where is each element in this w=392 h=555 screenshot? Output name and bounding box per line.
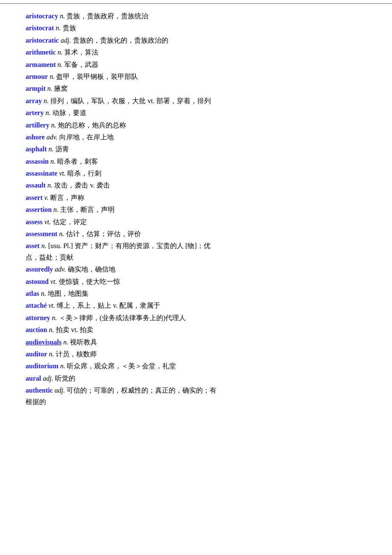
word-aural: aural (26, 375, 41, 382)
def-assess: 估定，评定 (53, 218, 87, 225)
pos-armament: n. (58, 61, 63, 68)
word-arithmetic: arithmetic (26, 49, 56, 56)
def-assassinate: 暗杀，行刺 (67, 170, 101, 177)
word-aristocrat: aristocrat (26, 24, 54, 32)
pos-assault: n. (47, 182, 52, 189)
entry-aristocracy: aristocracy n. 贵族，贵族政府，贵族统治 (26, 11, 366, 22)
pos-arithmetic: n. (58, 49, 63, 56)
def-attache: 缚上，系上，贴上 v. 配属，隶属于 (57, 302, 160, 309)
pos-assert: v. (44, 194, 49, 201)
def-aural: 听觉的 (55, 375, 75, 382)
def-artery: 动脉，要道 (52, 109, 86, 116)
word-assuredly: assuredly (26, 266, 53, 273)
word-assault: assault (26, 182, 46, 189)
entry-armour: armour n. 盔甲，装甲钢板，装甲部队 (26, 71, 366, 82)
pos-assuredly: adv. (55, 266, 66, 273)
entry-auditor: auditor n. 计员，核数师 (26, 349, 366, 360)
dictionary-content: aristocracy n. 贵族，贵族政府，贵族统治 aristocrat n… (0, 8, 392, 417)
pos-attorney: n. (52, 314, 57, 321)
pos-asset: n. (41, 242, 46, 249)
pos-ashore: adv. (46, 133, 58, 141)
pos-assess: vt. (44, 218, 51, 225)
entry-assertion: assertion n. 主张，断言，声明 (26, 204, 366, 215)
pos-assessment: n. (59, 230, 64, 237)
def-armpit: 腋窝 (54, 85, 68, 92)
def-asphalt: 沥青 (55, 145, 69, 153)
def-armour: 盔甲，装甲钢板，装甲部队 (56, 73, 138, 80)
word-auction: auction (26, 326, 47, 333)
word-assertion: assertion (26, 206, 52, 213)
def-assassin: 暗杀者，刺客 (57, 158, 98, 165)
def-auction: 拍卖 vt. 拍卖 (56, 326, 93, 333)
word-auditorium: auditorium (26, 362, 58, 370)
entry-artery: artery n. 动脉，要道 (26, 107, 366, 119)
word-artery: artery (26, 109, 44, 116)
def-artillery: 炮的总称，炮兵的总称 (58, 121, 126, 129)
entry-assassin: assassin n. 暗杀者，刺客 (26, 156, 366, 167)
entry-attache: attaché vt. 缚上，系上，贴上 v. 配属，隶属于 (26, 300, 366, 311)
pos-astound: vt. (50, 278, 57, 285)
entry-assault: assault n. 攻击，袭击 v. 袭击 (26, 180, 366, 191)
pos-aristocracy: n. (60, 12, 65, 20)
pos-auditorium: n. (60, 362, 65, 370)
entry-assert: assert v. 断言，声称 (26, 192, 366, 203)
word-artillery: artillery (26, 121, 49, 129)
pos-auditor: n. (49, 350, 54, 358)
pos-artillery: n. (51, 121, 56, 129)
word-auditor: auditor (26, 350, 47, 358)
def-audiovisuals: 视听教具 (70, 338, 97, 346)
word-authentic: authentic (26, 387, 53, 394)
def-asset-line1: [usu. Pl.] 资产；财产；有用的资源，宝贵的人 [物]；优 (48, 242, 210, 249)
word-atlas: atlas (26, 290, 39, 297)
pos-armour: n. (49, 73, 55, 80)
pos-array: n. (43, 97, 49, 104)
word-aristocratic: aristocratic (26, 37, 59, 44)
entry-ashore: ashore adv. 向岸地，在岸上地 (26, 132, 366, 143)
word-armpit: armpit (26, 85, 46, 92)
def-attorney: ＜美＞律师，(业务或法律事务上的)代理人 (59, 314, 186, 321)
word-astound: astound (26, 278, 49, 285)
entry-asset: asset n. [usu. Pl.] 资产；财产；有用的资源，宝贵的人 [物]… (26, 240, 366, 263)
entry-audiovisuals: audiovisuals n. 视听教具 (26, 337, 366, 348)
word-assert: assert (26, 194, 43, 201)
word-assassin: assassin (26, 158, 49, 165)
def-authentic-line2: 根据的 (26, 398, 46, 405)
def-array: 排列，编队，军队，衣服，大批 vt. 部署，穿着，排列 (50, 97, 210, 104)
entry-armament: armament n. 军备，武器 (26, 59, 366, 70)
entry-assess: assess vt. 估定，评定 (26, 217, 366, 228)
pos-authentic: adj. (55, 387, 65, 394)
entry-assessment: assessment n. 估计，估算；评估，评价 (26, 228, 366, 240)
entry-aural: aural adj. 听觉的 (26, 373, 366, 384)
word-assess: assess (26, 218, 43, 225)
def-auditorium: 听众席，观众席，＜美＞会堂，礼堂 (67, 362, 176, 370)
pos-assertion: n. (53, 206, 58, 213)
def-aristocracy: 贵族，贵族政府，贵族统治 (66, 12, 148, 20)
word-attorney: attorney (26, 314, 50, 321)
word-armour: armour (26, 73, 48, 80)
entry-auditorium: auditorium n. 听众席，观众席，＜美＞会堂，礼堂 (26, 361, 366, 372)
entry-artillery: artillery n. 炮的总称，炮兵的总称 (26, 120, 366, 131)
word-attache: attaché (26, 302, 47, 309)
pos-assassinate: vt. (59, 170, 66, 177)
def-ashore: 向岸地，在岸上地 (59, 133, 114, 141)
word-audiovisuals: audiovisuals (26, 338, 61, 346)
def-aristocratic: 贵族的，贵族化的，贵族政治的 (73, 37, 168, 44)
pos-assassin: n. (50, 158, 55, 165)
entry-astound: astound vt. 使惊骇，使大吃一惊 (26, 276, 366, 287)
pos-atlas: n. (41, 290, 46, 297)
entry-aristocratic: aristocratic adj. 贵族的，贵族化的，贵族政治的 (26, 35, 366, 46)
def-asset-line2: 点，益处；贡献 (26, 254, 73, 261)
entry-assassinate: assassinate vt. 暗杀，行刺 (26, 168, 366, 179)
def-assessment: 估计，估算；评估，评价 (66, 230, 141, 237)
pos-attache: vt. (49, 302, 55, 309)
def-astound: 使惊骇，使大吃一惊 (59, 278, 120, 285)
pos-auction: n. (49, 326, 54, 333)
word-asset: asset (26, 242, 40, 249)
pos-aristocratic: adj. (61, 37, 71, 44)
word-assessment: assessment (26, 230, 58, 237)
pos-artery: n. (46, 109, 51, 116)
word-ashore: ashore (26, 133, 45, 141)
def-assuredly: 确实地，确信地 (68, 266, 115, 273)
pos-aural: adj. (43, 375, 53, 382)
word-aristocracy: aristocracy (26, 12, 58, 20)
